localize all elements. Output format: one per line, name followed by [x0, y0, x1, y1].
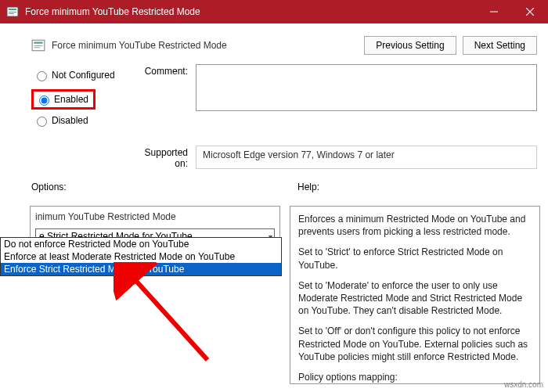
radio-disabled-input[interactable] [37, 117, 47, 127]
previous-setting-button[interactable]: Previous Setting [364, 36, 456, 55]
svg-rect-1 [9, 9, 16, 10]
options-label: Options: [31, 182, 266, 192]
watermark: wsxdn.com [504, 380, 543, 389]
radio-not-configured[interactable]: Not Configured [33, 69, 133, 81]
svg-line-11 [128, 272, 207, 360]
window-title: Force minimum YouTube Restricted Mode [25, 6, 200, 17]
radio-label: Not Configured [52, 70, 115, 81]
minimize-button[interactable] [476, 0, 512, 23]
supported-on-text: Microsoft Edge version 77, Windows 7 or … [196, 146, 537, 169]
comment-label: Comment: [133, 64, 196, 77]
radio-label: Disabled [52, 115, 88, 126]
page-title: Force minimum YouTube Restricted Mode [52, 40, 364, 51]
subheader: Force minimum YouTube Restricted Mode Pr… [31, 36, 537, 55]
help-text: Enforces a minimum Restricted Mode on Yo… [298, 213, 532, 238]
help-panel: Enforces a minimum Restricted Mode on Yo… [290, 206, 540, 384]
dropdown-option-moderate[interactable]: Enforce at least Moderate Restricted Mod… [1, 250, 281, 263]
policy-icon [6, 5, 19, 18]
radio-enabled-input[interactable] [39, 95, 49, 106]
state-radio-group: Not Configured Enabled Disabled [31, 64, 133, 135]
radio-not-configured-input[interactable] [37, 71, 47, 81]
radio-label: Enabled [54, 94, 88, 105]
help-text: Set to 'Moderate' to enforce the user to… [298, 279, 532, 318]
svg-rect-10 [34, 47, 40, 48]
dropdown-option-off[interactable]: Do not enforce Restricted Mode on YouTub… [1, 238, 281, 250]
svg-rect-3 [9, 13, 14, 14]
help-label: Help: [297, 182, 537, 192]
help-text: Set to 'Strict' to enforce Strict Restri… [298, 246, 532, 271]
help-text: Set to 'Off' or don't configure this pol… [298, 325, 532, 363]
svg-rect-8 [34, 42, 42, 44]
titlebar: Force minimum YouTube Restricted Mode [0, 0, 548, 23]
svg-rect-2 [9, 12, 16, 13]
help-text: Policy options mapping: [298, 371, 532, 383]
close-button[interactable] [512, 0, 548, 23]
option-name: inimum YouTube Restricted Mode [35, 211, 275, 222]
next-setting-button[interactable]: Next Setting [463, 36, 537, 55]
highlight-box: Enabled [31, 89, 96, 110]
svg-rect-9 [34, 45, 42, 46]
radio-enabled[interactable]: Enabled [35, 93, 88, 106]
dropdown-list: Do not enforce Restricted Mode on YouTub… [0, 237, 282, 276]
policy-icon [31, 38, 45, 52]
supported-label: Supported on: [133, 146, 196, 169]
dropdown-option-strict[interactable]: Enforce Strict Restricted Mode for YouTu… [1, 263, 281, 275]
annotation-arrow-icon [114, 262, 215, 364]
radio-disabled[interactable]: Disabled [33, 114, 133, 127]
comment-textarea[interactable] [196, 64, 537, 111]
